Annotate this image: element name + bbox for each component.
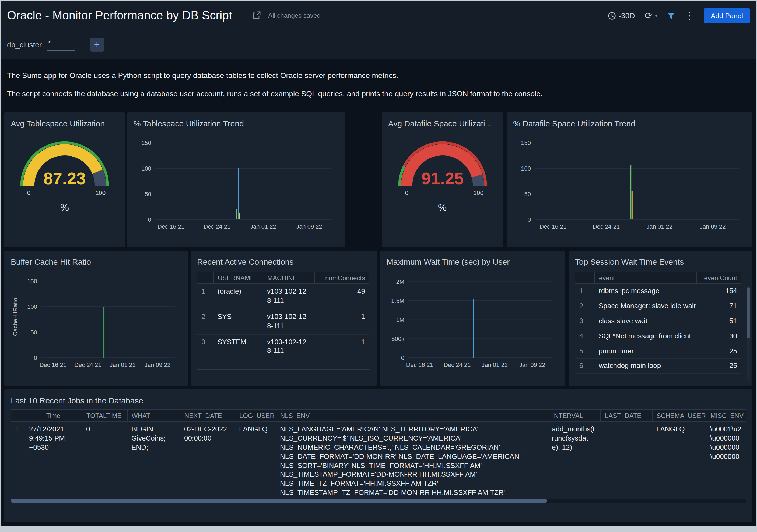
- refresh-control[interactable]: ⟳ ▾: [645, 10, 657, 21]
- filter-value-input[interactable]: *: [47, 38, 75, 50]
- tablespace-gauge-chart: 87.230100: [11, 134, 118, 198]
- refresh-icon: ⟳: [645, 10, 652, 21]
- table-row: 3SYSTEMv103-102-128-1111: [197, 334, 369, 359]
- svg-text:Jan 09 22: Jan 09 22: [144, 361, 171, 368]
- svg-text:87.23: 87.23: [43, 169, 86, 188]
- cell-next_date: 02-DEC-2022 00:00:00: [180, 421, 235, 496]
- col-header-next-date: NEXT_DATE: [180, 410, 235, 421]
- panel-avg-tablespace-utilization: Avg Tablespace Utilization 87.230100 %: [4, 112, 125, 247]
- cell-event: pmon timer: [594, 344, 696, 359]
- page-horizontal-scrollbar[interactable]: [1, 526, 756, 531]
- scrollbar-thumb[interactable]: [747, 287, 750, 338]
- kebab-menu[interactable]: ⋮: [685, 10, 694, 21]
- cell-machine: v103-102-128-111: [263, 334, 315, 359]
- panel-title: Buffer Cache Hit Ratio: [11, 257, 181, 266]
- cell-rank: 3: [575, 314, 594, 329]
- svg-text:Jan 01 22: Jan 01 22: [109, 361, 136, 368]
- cell-rank: 7: [575, 374, 594, 377]
- svg-text:150: 150: [521, 140, 531, 146]
- cell-what: BEGIN GiveCoins; END;: [127, 421, 180, 496]
- clock-icon: [608, 12, 616, 20]
- table-row: 3class slave wait51: [575, 314, 742, 329]
- col-header-nls-env: NLS_ENV: [276, 410, 548, 421]
- panel-maximum-wait-time: Maximum Wait Time (sec) by User 0500k1M1…: [380, 251, 565, 386]
- cell-rank: 5: [575, 344, 594, 359]
- table-header-row: Time TOTALTIME WHAT NEXT_DATE LOG_USER N…: [11, 410, 746, 421]
- gauge-unit-label: %: [11, 202, 118, 213]
- table-row: 127/12/2021 9:49:15 PM +05300BEGIN GiveC…: [11, 421, 746, 496]
- svg-text:100: 100: [141, 165, 151, 172]
- cell-rank: 4: [575, 329, 594, 344]
- cell-rank: 3: [197, 334, 213, 359]
- cell-rank: 1: [197, 284, 213, 309]
- cell-misc_env: \u0001\u2\u000000\u000000\u000000: [706, 421, 746, 496]
- cell-totaltime: 0: [82, 421, 127, 496]
- col-header-what: WHAT: [127, 410, 180, 421]
- svg-text:150: 150: [27, 278, 37, 285]
- cell-machine: v103-102-128-111: [263, 284, 315, 309]
- chevron-down-icon: ▾: [655, 13, 657, 18]
- svg-text:500k: 500k: [391, 335, 405, 342]
- page-title: Oracle - Monitor Performance by DB Scrip…: [7, 1, 232, 31]
- svg-text:50: 50: [31, 329, 37, 336]
- max-wait-chart: 0500k1M1.5M2MDec 16 21Dec 24 21Jan 01 22…: [386, 269, 559, 372]
- svg-text:0: 0: [405, 189, 408, 196]
- svg-text:Jan 09 22: Jan 09 22: [519, 361, 545, 368]
- share-icon[interactable]: [253, 11, 260, 21]
- cell-username: SYS: [213, 309, 263, 334]
- col-header-log-user: LOG_USER: [235, 410, 276, 421]
- col-header-machine: MACHINE: [263, 272, 315, 284]
- svg-text:0: 0: [401, 354, 404, 361]
- dashboard-header: Oracle - Monitor Performance by DB Scrip…: [1, 1, 756, 31]
- cell-connects: 1: [315, 334, 369, 359]
- col-header-event: event: [594, 272, 696, 284]
- col-header-misc-env: MISC_ENV: [706, 410, 746, 421]
- wait-events-table-wrap: event eventCount 1rdbms ipc message1542S…: [575, 272, 746, 377]
- cell-count: 154: [696, 284, 742, 299]
- cell-count: 51: [696, 314, 742, 329]
- svg-text:50: 50: [525, 191, 531, 197]
- wait-events-table: event eventCount 1rdbms ipc message1542S…: [575, 272, 742, 377]
- connections-table-wrap: USERNAME MACHINE numConnects 1(oracle)v1…: [197, 272, 371, 370]
- save-status: All changes saved: [268, 12, 320, 19]
- add-filter-button[interactable]: +: [90, 38, 104, 52]
- svg-text:Jan 09 22: Jan 09 22: [700, 223, 726, 230]
- cell-count: 25: [696, 344, 742, 359]
- table-row: 2Space Manager: slave idle wait71: [575, 299, 742, 314]
- col-header-numconnects: numConnects: [315, 272, 369, 284]
- panel-datafile-utilization-trend: % Datafile Space Utilization Trend 05010…: [507, 112, 752, 247]
- svg-text:Jan 01 22: Jan 01 22: [250, 223, 276, 230]
- svg-text:Dec 24 21: Dec 24 21: [74, 361, 101, 368]
- cell-rank: 6: [575, 359, 594, 374]
- connections-table: USERNAME MACHINE numConnects 1(oracle)v1…: [197, 272, 369, 360]
- time-range-label: -30D: [619, 11, 635, 20]
- cell-time: 27/12/2021 9:49:15 PM +0530: [25, 421, 82, 496]
- panel-avg-datafile-utilization: Avg Datafile Space Utilizati... 91.25010…: [382, 112, 503, 247]
- cell-event: class slave wait: [594, 314, 696, 329]
- filter-toggle[interactable]: [667, 12, 675, 19]
- panel-title: Last 10 Recent Jobs in the Database: [11, 396, 746, 405]
- add-panel-button[interactable]: Add Panel: [704, 8, 750, 23]
- svg-text:150: 150: [141, 140, 151, 146]
- cell-username: (oracle): [213, 284, 263, 309]
- cell-nls_env: NLS_LANGUAGE='AMERICAN' NLS_TERRITORY='A…: [276, 421, 548, 496]
- svg-text:0: 0: [27, 189, 30, 196]
- svg-text:100: 100: [27, 303, 37, 310]
- svg-text:2M: 2M: [396, 278, 404, 285]
- scrollbar-thumb[interactable]: [11, 499, 547, 503]
- svg-text:Dec 16 21: Dec 16 21: [406, 361, 433, 368]
- filter-bar: db_cluster * +: [1, 31, 756, 59]
- svg-text:100: 100: [521, 165, 531, 172]
- description-line-2: The script connects the database using a…: [7, 89, 543, 98]
- panel-tablespace-utilization-trend: % Tablespace Utilization Trend 050100150…: [127, 112, 345, 247]
- cell-rank: 2: [197, 309, 213, 334]
- cell-machine: v103-102-128-111: [263, 309, 315, 334]
- jobs-table: Time TOTALTIME WHAT NEXT_DATE LOG_USER N…: [11, 409, 746, 496]
- table-row: 1rdbms ipc message154: [575, 284, 742, 299]
- gauge-unit-label: %: [388, 202, 497, 213]
- cell-event: Space Manager: slave idle wait: [594, 299, 696, 314]
- svg-text:Dec 16 21: Dec 16 21: [539, 223, 566, 230]
- panel-title: % Tablespace Utilization Trend: [134, 119, 339, 128]
- table-row: 2SYSv103-102-128-1111: [197, 309, 369, 334]
- time-range-control[interactable]: -30D: [608, 11, 635, 20]
